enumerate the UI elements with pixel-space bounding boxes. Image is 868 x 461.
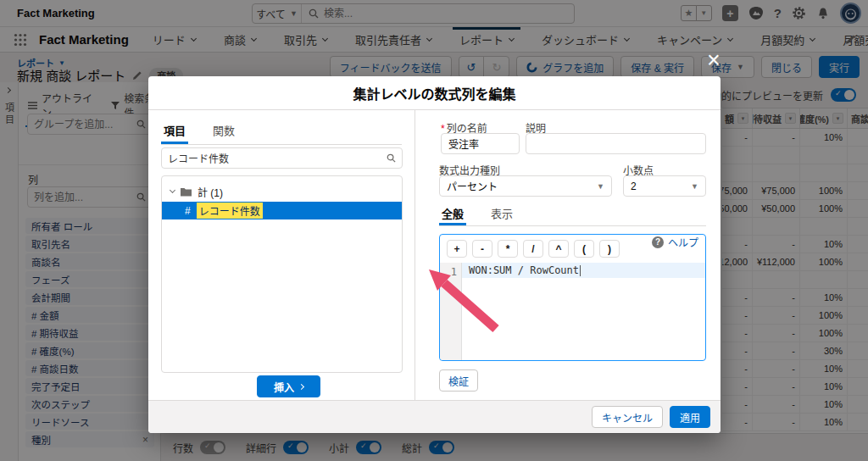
modal-left-panel: 項目 関数 計 (1) # レコード件数: [148, 110, 415, 400]
chevron-down-icon: ▼: [597, 182, 604, 191]
chevron-right-icon: [298, 383, 304, 389]
field-tree: 計 (1) # レコード件数: [161, 175, 403, 373]
output-type-dropdown[interactable]: パーセント ▼: [439, 175, 612, 197]
tab-display[interactable]: 表示: [488, 205, 515, 225]
chevron-down-icon: ▼: [691, 182, 698, 191]
operator-button[interactable]: (: [574, 240, 594, 258]
line-number-gutter: 1: [440, 263, 462, 360]
column-name-input[interactable]: [441, 133, 520, 154]
edit-formula-modal: 集計レベルの数式列を編集 項目 関数 計 (1): [148, 76, 721, 433]
apply-button[interactable]: 適用: [670, 406, 710, 428]
help-circle-icon: ?: [652, 236, 664, 248]
modal-left-tabs: 項目 関数: [161, 122, 402, 145]
text-caret: [580, 265, 581, 276]
modal-title: 集計レベルの数式列を編集: [148, 76, 721, 110]
modal-right-panel: *列の名前 説明 数式出力種別 パーセント ▼ 小数点 2 ▼ 全般 表示 +-: [415, 110, 721, 400]
validate-button[interactable]: 検証: [439, 369, 478, 392]
operator-button[interactable]: -: [472, 240, 492, 258]
search-match-highlight: レコード件数: [197, 203, 263, 219]
close-icon[interactable]: ×: [707, 49, 721, 72]
chevron-down-icon: [170, 187, 175, 193]
salesforce-report-builder: Fact Marketing すべて ▼ ★ ▼ + ?: [0, 0, 868, 461]
tree-group-row[interactable]: 計 (1): [162, 183, 402, 200]
field-search-input[interactable]: [168, 153, 387, 164]
modal-footer: キャンセル 適用: [148, 400, 721, 433]
tab-general[interactable]: 全般: [439, 205, 466, 225]
field-search[interactable]: [161, 147, 403, 169]
insert-button[interactable]: 挿入: [257, 375, 320, 397]
tab-fields[interactable]: 項目: [161, 122, 188, 144]
operator-button[interactable]: +: [447, 240, 467, 258]
formula-tabs: 全般 表示: [439, 205, 706, 226]
operator-button[interactable]: *: [498, 240, 518, 258]
description-input[interactable]: [526, 133, 706, 154]
cancel-button[interactable]: キャンセル: [592, 406, 663, 428]
decimal-places-dropdown[interactable]: 2 ▼: [623, 175, 706, 197]
tree-item-record-count[interactable]: # レコード件数: [162, 202, 402, 219]
formula-editor: +-*/^() ? ヘルプ 1 WON:SUM / RowCount: [439, 234, 706, 361]
formula-code-area[interactable]: 1 WON:SUM / RowCount: [440, 263, 705, 360]
folder-icon: [181, 187, 192, 197]
search-icon: [387, 153, 396, 163]
formula-line[interactable]: WON:SUM / RowCount: [462, 263, 705, 278]
operator-button[interactable]: ^: [548, 240, 569, 258]
tab-functions[interactable]: 関数: [210, 122, 237, 144]
help-link[interactable]: ? ヘルプ: [652, 235, 698, 249]
operator-button[interactable]: /: [523, 240, 543, 258]
operator-button[interactable]: ): [599, 240, 620, 258]
